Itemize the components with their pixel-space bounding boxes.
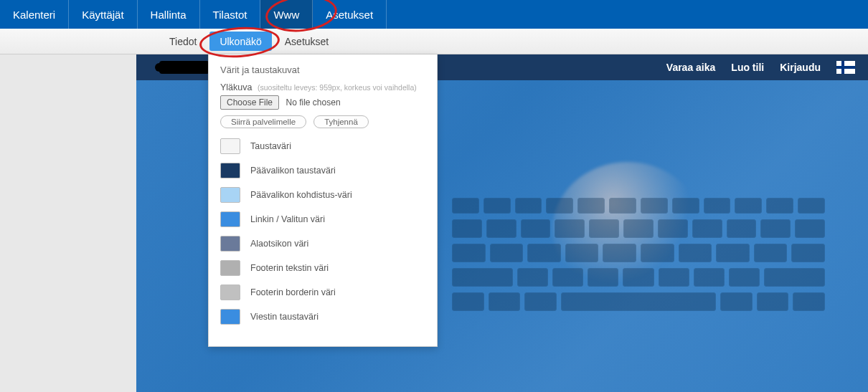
swatch-row-taustavari: Taustaväri [220, 138, 425, 154]
swatch-row-paavalikon-tausta: Päävalikon taustaväri [220, 163, 425, 178]
swatch-row-alaotsikon: Alaotsikon väri [220, 236, 425, 252]
swatch-row-viestin-tausta: Viestin taustaväri [220, 309, 425, 325]
color-swatch-list: Taustaväri Päävalikon taustaväri Päävali… [220, 138, 425, 325]
stage: Varaa aika Luo tili Kirjaudu Värit ja ta… [0, 54, 868, 392]
swatch-label: Footerin borderin väri [250, 287, 336, 297]
preview-link-kirjaudu[interactable]: Kirjaudu [780, 62, 821, 73]
upload-to-server-button[interactable]: Siirrä palvelimelle [220, 115, 306, 128]
nav-tab-www[interactable]: Www [260, 0, 313, 29]
swatch-label: Alaotsikon väri [250, 239, 308, 249]
swatch-alaotsikon[interactable] [220, 236, 240, 252]
preview-link-varaa-aika[interactable]: Varaa aika [666, 62, 716, 73]
nav-tab-asetukset[interactable]: Asetukset [313, 0, 387, 29]
swatch-row-linkin-valitun: Linkin / Valitun väri [220, 211, 425, 227]
swatch-taustavari[interactable] [220, 138, 240, 154]
nav-tab-hallinta[interactable]: Hallinta [138, 0, 200, 29]
sub-nav: Tiedot Ulkonäkö Asetukset [0, 29, 868, 54]
nav-tab-kayttajat[interactable]: Käyttäjät [69, 0, 137, 29]
upload-hint: (suositeltu leveys: 959px, korkeus voi v… [258, 83, 417, 92]
swatch-label: Päävalikon kohdistus-väri [250, 190, 352, 200]
swatch-paavalikon-tausta[interactable] [220, 163, 240, 178]
swatch-linkin-valitun[interactable] [220, 211, 240, 227]
swatch-row-footer-borderin: Footerin borderin väri [220, 285, 425, 300]
panel-heading: Värit ja taustakuvat [220, 64, 425, 75]
swatch-label: Päävalikon taustaväri [250, 166, 336, 176]
finnish-flag-icon[interactable] [836, 61, 855, 74]
swatch-row-footer-tekstin: Footerin tekstin väri [220, 260, 425, 276]
no-file-chosen-text: No file chosen [286, 97, 341, 107]
upload-label: Yläkuva (suositeltu leveys: 959px, korke… [220, 82, 425, 92]
subnav-ulkonako[interactable]: Ulkonäkö [209, 32, 271, 51]
swatch-label: Taustaväri [250, 141, 291, 151]
nav-tab-kalenteri[interactable]: Kalenteri [0, 0, 69, 29]
swatch-row-paavalikon-kohdistus: Päävalikon kohdistus-väri [220, 187, 425, 203]
subnav-tiedot[interactable]: Tiedot [158, 29, 208, 54]
clear-button[interactable]: Tyhjennä [313, 115, 369, 128]
swatch-label: Linkin / Valitun väri [250, 214, 325, 224]
preview-link-luo-tili[interactable]: Luo tili [731, 62, 764, 73]
swatch-footer-borderin[interactable] [220, 285, 240, 300]
nav-tab-tilastot[interactable]: Tilastot [200, 0, 261, 29]
swatch-viestin-tausta[interactable] [220, 309, 240, 325]
choose-file-button[interactable]: Choose File [220, 95, 279, 110]
top-nav: Kalenteri Käyttäjät Hallinta Tilastot Ww… [0, 0, 868, 29]
swatch-paavalikon-kohdistus[interactable] [220, 187, 240, 203]
subnav-asetukset[interactable]: Asetukset [273, 29, 340, 54]
site-logo-redacted [159, 61, 209, 74]
bg-keyboard-illustration [452, 198, 825, 355]
swatch-label: Footerin tekstin väri [250, 263, 329, 273]
swatch-footer-tekstin[interactable] [220, 260, 240, 276]
swatch-label: Viestin taustaväri [250, 312, 319, 322]
appearance-panel: Värit ja taustakuvat Yläkuva (suositeltu… [208, 54, 438, 347]
